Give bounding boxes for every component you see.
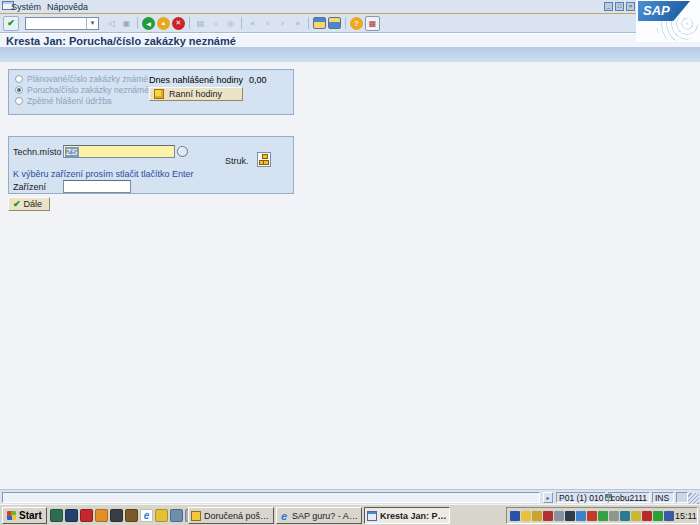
quick-launch-icon-3[interactable]	[80, 509, 93, 522]
logo-corner: SAP	[636, 0, 700, 42]
status-arrow-icon[interactable]: ▸	[543, 492, 553, 503]
tray-icon-4[interactable]	[543, 511, 553, 521]
standard-toolbar: ✔ ▾ ◁▣◀▲✕▤○◎«‹›»?▦	[0, 14, 636, 33]
tray-icon-9[interactable]	[598, 511, 608, 521]
quick-launch-icon-7[interactable]: e	[140, 509, 153, 522]
quick-launch-icon-2[interactable]	[65, 509, 78, 522]
tray-icon-13[interactable]	[642, 511, 652, 521]
toolbar-separator	[137, 17, 138, 29]
first-page-icon[interactable]: «	[246, 17, 259, 30]
status-insert-mode[interactable]: INS	[652, 492, 674, 503]
quick-launch-icon-4[interactable]	[95, 509, 108, 522]
taskbar: Start e Doručená pošta - Micros...eSAP g…	[0, 504, 700, 525]
tray-icon-10[interactable]	[609, 511, 619, 521]
find-icon[interactable]: ○	[209, 17, 222, 30]
system-id: P01 (1) 010	[559, 493, 603, 503]
structure-icon[interactable]	[257, 152, 271, 167]
radio-option-2[interactable]: Porucha/číslo zakázky neznámé	[15, 85, 149, 95]
tray-icon-15[interactable]	[664, 511, 674, 521]
command-field[interactable]: ▾	[25, 17, 99, 30]
back-icon[interactable]: ◀	[142, 17, 155, 30]
tray-icon-2[interactable]	[521, 511, 531, 521]
content-area: Plánované/číslo zakázky známéPorucha/čís…	[0, 62, 700, 489]
task-buttons: Doručená pošta - Micros...eSAP guru? - A…	[188, 507, 450, 524]
print-icon[interactable]: ▤	[194, 17, 207, 30]
tray-icon-3[interactable]	[532, 511, 542, 521]
enter-icon[interactable]: ✔	[3, 16, 19, 31]
quick-launch-icon-9[interactable]	[170, 509, 183, 522]
back-small-icon[interactable]: ◁	[105, 17, 118, 30]
resize-grip[interactable]	[688, 493, 699, 504]
continue-button-label: Dále	[24, 199, 43, 209]
tray-icon-5[interactable]	[554, 511, 564, 521]
hint-text: K výběru zařízení prosím stlačit tlačítk…	[13, 169, 194, 179]
quick-launch: e	[50, 509, 198, 522]
tray-icon-7[interactable]	[576, 511, 586, 521]
radio-option-1[interactable]: Plánované/číslo zakázky známé	[15, 74, 148, 84]
today-hours-value: 0,00	[249, 75, 267, 85]
quick-launch-icon-6[interactable]	[125, 509, 138, 522]
desktop: Systém Nápověda _□× ✔ ▾ ◁▣◀▲✕▤○◎«‹›»?▦ S…	[0, 0, 700, 525]
quick-launch-icon-1[interactable]	[50, 509, 63, 522]
tech-place-value: ZS	[65, 147, 79, 157]
selection-panel: Plánované/číslo zakázky známéPorucha/čís…	[8, 69, 294, 115]
title-row: Kresta Jan: Porucha/číslo zakázky neznám…	[0, 33, 700, 48]
equipment-label: Zařízení	[13, 182, 46, 192]
radio-icon[interactable]	[15, 97, 23, 105]
radio-option-3[interactable]: Zpětné hlášení údržba	[15, 96, 112, 106]
task-button-1[interactable]: Doručená pošta - Micros...	[188, 507, 274, 524]
restore-button[interactable]: □	[615, 2, 624, 11]
check-icon: ✔	[13, 199, 21, 209]
morning-hours-button[interactable]: Ranní hodiny	[149, 87, 243, 101]
menu-system[interactable]: Systém	[11, 2, 41, 12]
start-button-label: Start	[19, 510, 42, 521]
search-help-icon[interactable]	[177, 146, 188, 157]
tray-icon-12[interactable]	[631, 511, 641, 521]
last-page-icon[interactable]: »	[291, 17, 304, 30]
shortcut-icon[interactable]	[328, 17, 341, 29]
minimize-button[interactable]: _	[604, 2, 613, 11]
toolbar-separator	[241, 17, 242, 29]
close-button[interactable]: ×	[626, 2, 635, 11]
customize-icon[interactable]: ▦	[365, 16, 380, 31]
status-server-field[interactable]: cobu2111	[608, 492, 650, 503]
toolbar-separator	[189, 17, 190, 29]
task-button-3[interactable]: Kresta Jan: Porucha/...	[364, 507, 450, 524]
command-dropdown-icon[interactable]: ▾	[86, 18, 98, 29]
tech-place-input[interactable]: ZS	[63, 145, 175, 158]
next-page-icon[interactable]: ›	[276, 17, 289, 30]
note-icon	[154, 89, 164, 99]
tray-icon-6[interactable]	[565, 511, 575, 521]
radio-icon[interactable]	[15, 75, 23, 83]
status-message-field[interactable]	[2, 492, 540, 503]
morning-hours-button-label: Ranní hodiny	[169, 89, 222, 99]
entry-panel: Techn.místo ZS Struk. K výběru zařízení …	[8, 136, 294, 194]
tray-icon-1[interactable]	[510, 511, 520, 521]
task-button-2[interactable]: eSAP guru? - Auto HE-FI cl...	[276, 507, 362, 524]
radio-icon[interactable]	[15, 86, 23, 94]
status-blank-field	[676, 492, 688, 503]
task-button-label: SAP guru? - Auto HE-FI cl...	[292, 511, 359, 521]
exit-icon[interactable]: ▲	[157, 17, 170, 30]
save-icon[interactable]: ▣	[120, 17, 133, 30]
find-next-icon[interactable]: ◎	[224, 17, 237, 30]
window-header: Systém Nápověda _□×	[0, 0, 700, 13]
tray-icon-14[interactable]	[653, 511, 663, 521]
status-system-field[interactable]: P01 (1) 010	[556, 492, 606, 503]
quick-launch-icon-5[interactable]	[110, 509, 123, 522]
equipment-input[interactable]	[63, 180, 131, 193]
prev-page-icon[interactable]: ‹	[261, 17, 274, 30]
help-icon[interactable]: ?	[350, 17, 363, 30]
cancel-icon[interactable]: ✕	[172, 17, 185, 30]
tray-icon-11[interactable]	[620, 511, 630, 521]
ie-icon: e	[279, 511, 289, 521]
tray-icons	[510, 511, 674, 521]
menu-help[interactable]: Nápověda	[47, 2, 88, 12]
continue-button[interactable]: ✔ Dále	[8, 197, 50, 211]
page-title: Kresta Jan: Porucha/číslo zakázky neznám…	[6, 35, 236, 47]
quick-launch-icon-8[interactable]	[155, 509, 168, 522]
start-button[interactable]: Start	[2, 507, 47, 524]
tray-icon-8[interactable]	[587, 511, 597, 521]
new-session-icon[interactable]	[313, 17, 326, 29]
clock[interactable]: 15:11	[675, 511, 697, 521]
